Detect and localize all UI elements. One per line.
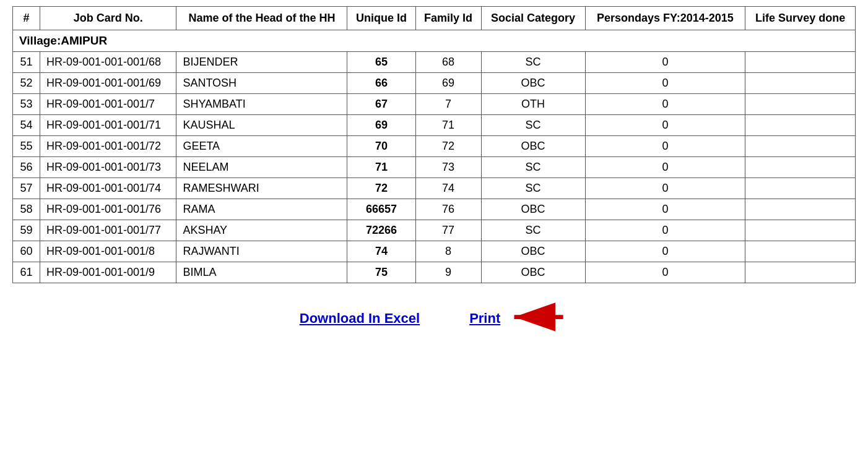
table-cell: 0	[585, 94, 745, 115]
col-header-life-survey: Life Survey done	[745, 7, 856, 30]
table-cell: RAMESHWARI	[176, 178, 347, 199]
table-cell: 0	[585, 136, 745, 157]
table-cell: 0	[585, 73, 745, 94]
table-cell: HR-09-001-001-001/71	[40, 115, 176, 136]
table-cell: HR-09-001-001-001/76	[40, 199, 176, 220]
table-cell: HR-09-001-001-001/9	[40, 262, 176, 283]
table-cell: 0	[585, 220, 745, 241]
table-cell: 57	[13, 178, 40, 199]
table-cell	[745, 157, 856, 178]
print-link[interactable]: Print	[469, 310, 500, 327]
table-cell	[745, 136, 856, 157]
table-cell: HR-09-001-001-001/77	[40, 220, 176, 241]
table-cell: HR-09-001-001-001/7	[40, 94, 176, 115]
red-arrow-icon	[506, 302, 568, 335]
table-cell	[745, 94, 856, 115]
main-container: # Job Card No. Name of the Head of the H…	[0, 0, 868, 354]
table-cell: SC	[481, 178, 585, 199]
table-cell: 67	[347, 94, 415, 115]
table-cell: 0	[585, 157, 745, 178]
table-cell: 74	[415, 178, 481, 199]
table-cell: 72266	[347, 220, 415, 241]
col-header-persondays: Persondays FY:2014-2015	[585, 7, 745, 30]
download-excel-link[interactable]: Download In Excel	[300, 310, 420, 327]
print-with-arrow: Print	[469, 302, 568, 335]
table-row: 52HR-09-001-001-001/69SANTOSH6669OBC0	[13, 73, 856, 94]
table-cell: SC	[481, 157, 585, 178]
table-cell: 66	[347, 73, 415, 94]
table-cell: 66657	[347, 199, 415, 220]
table-cell	[745, 73, 856, 94]
table-cell: 0	[585, 262, 745, 283]
table-cell: OBC	[481, 262, 585, 283]
table-cell: 7	[415, 94, 481, 115]
table-cell	[745, 262, 856, 283]
table-cell: 0	[585, 115, 745, 136]
table-cell: 71	[415, 115, 481, 136]
table-cell	[745, 241, 856, 262]
table-row: 58HR-09-001-001-001/76RAMA6665776OBC0	[13, 199, 856, 220]
table-cell: 60	[13, 241, 40, 262]
table-row: 51HR-09-001-001-001/68BIJENDER6568SC0	[13, 52, 856, 73]
table-cell	[745, 115, 856, 136]
col-header-head-name: Name of the Head of the HH	[176, 7, 347, 30]
table-cell: 77	[415, 220, 481, 241]
table-cell: 70	[347, 136, 415, 157]
table-cell: SANTOSH	[176, 73, 347, 94]
table-cell: OBC	[481, 136, 585, 157]
table-cell: 61	[13, 262, 40, 283]
table-cell: HR-09-001-001-001/74	[40, 178, 176, 199]
table-cell: 69	[347, 115, 415, 136]
table-cell: 54	[13, 115, 40, 136]
table-cell: 58	[13, 199, 40, 220]
table-cell: 73	[415, 157, 481, 178]
table-cell: 75	[347, 262, 415, 283]
data-table: # Job Card No. Name of the Head of the H…	[12, 6, 856, 283]
table-cell: HR-09-001-001-001/69	[40, 73, 176, 94]
table-cell: OBC	[481, 241, 585, 262]
table-cell: 76	[415, 199, 481, 220]
col-header-social-category: Social Category	[481, 7, 585, 30]
table-cell: RAJWANTI	[176, 241, 347, 262]
table-cell: OBC	[481, 73, 585, 94]
table-cell: 69	[415, 73, 481, 94]
table-cell: 71	[347, 157, 415, 178]
table-cell: 8	[415, 241, 481, 262]
table-row: 59HR-09-001-001-001/77AKSHAY7226677SC0	[13, 220, 856, 241]
footer-actions: Download In Excel Print	[12, 296, 856, 341]
table-cell	[745, 220, 856, 241]
table-row: 60HR-09-001-001-001/8RAJWANTI748OBC0	[13, 241, 856, 262]
col-header-family-id: Family Id	[415, 7, 481, 30]
table-cell: OTH	[481, 94, 585, 115]
col-header-hash: #	[13, 7, 40, 30]
table-cell: AKSHAY	[176, 220, 347, 241]
table-cell	[745, 52, 856, 73]
table-cell: BIMLA	[176, 262, 347, 283]
table-cell: 0	[585, 52, 745, 73]
table-cell: 68	[415, 52, 481, 73]
table-cell: 0	[585, 199, 745, 220]
table-cell: HR-09-001-001-001/73	[40, 157, 176, 178]
table-cell: GEETA	[176, 136, 347, 157]
table-cell: SHYAMBATI	[176, 94, 347, 115]
col-header-job-card: Job Card No.	[40, 7, 176, 30]
table-cell: SC	[481, 115, 585, 136]
table-cell: NEELAM	[176, 157, 347, 178]
table-cell: 59	[13, 220, 40, 241]
table-cell: OBC	[481, 199, 585, 220]
table-cell: 51	[13, 52, 40, 73]
table-cell: 55	[13, 136, 40, 157]
table-cell: BIJENDER	[176, 52, 347, 73]
table-cell: SC	[481, 52, 585, 73]
village-row: Village:AMIPUR	[13, 30, 856, 52]
table-cell: HR-09-001-001-001/68	[40, 52, 176, 73]
table-header-row: # Job Card No. Name of the Head of the H…	[13, 7, 856, 30]
table-cell: 72	[415, 136, 481, 157]
table-cell: RAMA	[176, 199, 347, 220]
table-cell: 72	[347, 178, 415, 199]
table-cell: 9	[415, 262, 481, 283]
table-row: 56HR-09-001-001-001/73NEELAM7173SC0	[13, 157, 856, 178]
table-row: 57HR-09-001-001-001/74RAMESHWARI7274SC0	[13, 178, 856, 199]
table-cell	[745, 178, 856, 199]
table-cell: SC	[481, 220, 585, 241]
